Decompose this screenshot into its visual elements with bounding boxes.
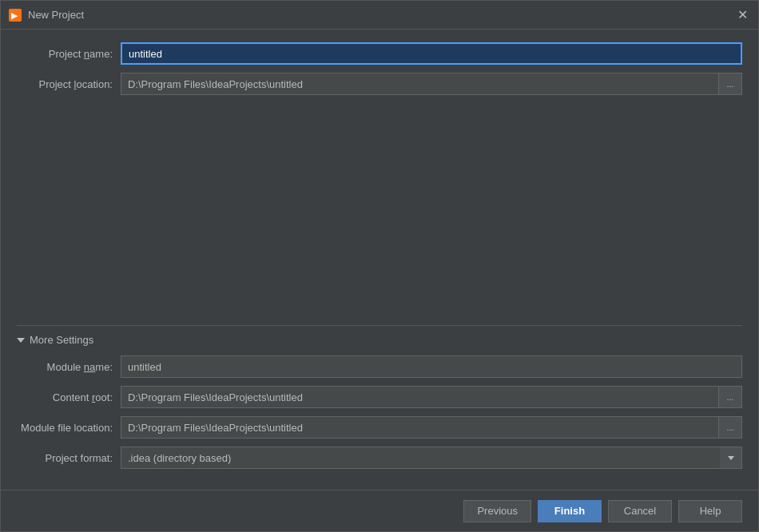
module-file-location-browse-button[interactable]: ... xyxy=(718,416,742,439)
project-name-row: Project name: xyxy=(17,42,742,65)
content-root-browse-button[interactable]: ... xyxy=(718,386,742,408)
project-format-select-wrapper: .idea (directory based) .ipr (file based… xyxy=(121,447,742,469)
dialog-body: Project name: Project location: ... More… xyxy=(1,30,758,490)
svg-text:▶: ▶ xyxy=(11,11,18,20)
module-file-location-label: Module file location: xyxy=(17,422,121,434)
title-bar: ▶ New Project ✕ xyxy=(1,1,758,30)
more-settings-toggle[interactable]: More Settings xyxy=(17,334,742,346)
project-location-browse-button[interactable]: ... xyxy=(718,73,742,95)
dialog-footer: Previous Finish Cancel Help xyxy=(1,490,758,531)
more-settings-label: More Settings xyxy=(30,334,93,346)
module-name-label: Module name: xyxy=(17,361,121,373)
module-file-location-input[interactable] xyxy=(121,416,718,439)
project-location-label: Project location: xyxy=(17,78,121,90)
app-icon: ▶ xyxy=(9,9,22,22)
new-project-dialog: ▶ New Project ✕ Project name: Project lo… xyxy=(0,0,759,532)
close-button[interactable]: ✕ xyxy=(734,7,750,23)
previous-button[interactable]: Previous xyxy=(463,500,531,522)
project-format-row: Project format: .idea (directory based) … xyxy=(17,447,742,469)
help-button[interactable]: Help xyxy=(678,500,742,522)
project-location-field-group: ... xyxy=(121,73,742,95)
project-format-label: Project format: xyxy=(17,452,121,464)
project-location-row: Project location: ... xyxy=(17,73,742,95)
project-name-input[interactable] xyxy=(121,42,742,65)
content-root-field-group: ... xyxy=(121,386,742,408)
finish-button[interactable]: Finish xyxy=(538,500,602,522)
cancel-button[interactable]: Cancel xyxy=(608,500,672,522)
module-name-input[interactable] xyxy=(121,355,742,378)
more-settings-section: More Settings Module name: Content root:… xyxy=(17,325,742,477)
module-file-location-field-group: ... xyxy=(121,416,742,439)
module-file-location-row: Module file location: ... xyxy=(17,416,742,439)
chevron-down-icon xyxy=(17,338,25,343)
project-name-label: Project name: xyxy=(17,48,121,60)
title-bar-left: ▶ New Project xyxy=(9,9,84,22)
content-root-row: Content root: ... xyxy=(17,386,742,408)
content-root-label: Content root: xyxy=(17,391,121,403)
module-name-row: Module name: xyxy=(17,355,742,378)
content-spacer xyxy=(17,103,742,319)
dialog-title: New Project xyxy=(28,9,84,21)
project-location-input[interactable] xyxy=(121,73,718,95)
content-root-input[interactable] xyxy=(121,386,718,408)
project-format-select[interactable]: .idea (directory based) .ipr (file based… xyxy=(121,447,742,469)
